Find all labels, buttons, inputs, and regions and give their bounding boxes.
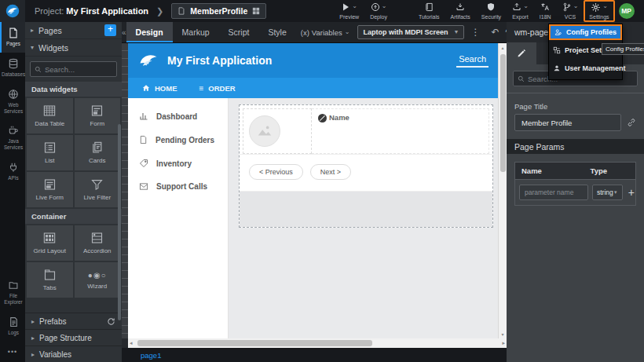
config-profiles-tooltip: Config Profiles	[602, 43, 644, 55]
design-canvas[interactable]: My First Application Search HOME ≡ ORDER	[128, 43, 498, 338]
left-panel-scrollbar[interactable]	[118, 124, 121, 320]
selected-list-widget[interactable]: Name < Previous Next >	[239, 104, 493, 228]
page-file-icon	[177, 6, 185, 16]
pages-section-header[interactable]: ▸ Pages +	[25, 22, 122, 39]
menu-item-dashboard[interactable]: Dashboard	[128, 104, 228, 128]
param-name-input[interactable]	[519, 185, 588, 200]
bar-chart-icon	[139, 112, 148, 121]
sidebar-item-java-services[interactable]: Java Services	[0, 119, 25, 156]
menu-item-user-management[interactable]: User Management	[549, 60, 622, 76]
page-grid-icon[interactable]	[252, 7, 260, 15]
menu-item-config-profiles[interactable]: Config Profiles	[549, 24, 622, 40]
coffee-icon	[8, 125, 19, 136]
deploy-button[interactable]: ⌄ Deploy	[364, 1, 393, 21]
vertical-scroll-thumb[interactable]	[500, 54, 506, 172]
nav-item-order[interactable]: ≡ ORDER	[199, 84, 236, 93]
export-button[interactable]: ⌄ Export	[507, 1, 534, 21]
horizontal-scroll-thumb[interactable]	[137, 340, 372, 346]
variables-section-header[interactable]: ▸ Variables	[25, 346, 122, 362]
folder-icon	[8, 280, 19, 291]
sidebar-item-databases[interactable]: Databases	[0, 53, 25, 83]
undo-icon[interactable]: ↶	[488, 27, 502, 37]
project-label: Project:	[35, 6, 64, 16]
widget-search[interactable]	[30, 61, 117, 77]
tab-edit[interactable]	[507, 42, 536, 64]
variables-button[interactable]: (x) Variables ⌄	[296, 28, 355, 37]
scroll-up-icon[interactable]: ▴	[499, 45, 507, 50]
more-options-icon[interactable]: •••	[0, 342, 25, 362]
page-structure-section-header[interactable]: ▸ Page Structure	[25, 329, 122, 346]
sidebar-item-pages[interactable]: Pages	[0, 22, 25, 53]
chevron-down-icon[interactable]: ⌄	[573, 2, 579, 10]
add-page-button[interactable]: +	[104, 24, 116, 36]
widget-live-filter[interactable]: Live Filter	[75, 172, 121, 207]
chevron-down-icon[interactable]: ⌄	[602, 2, 608, 10]
i18n-button[interactable]: I18N	[534, 1, 557, 21]
widget-tabs[interactable]: Tabs	[27, 262, 73, 298]
chevron-down-icon[interactable]: ⌄	[352, 2, 357, 10]
widget-grid-layout[interactable]: Grid Layout	[27, 225, 73, 261]
kebab-menu-icon[interactable]: ⋮	[467, 27, 483, 37]
pencil-icon	[517, 49, 526, 58]
list-item-image-cell[interactable]	[243, 108, 312, 154]
chevron-down-icon[interactable]: ⌄	[382, 2, 387, 10]
next-button[interactable]: Next >	[310, 164, 351, 180]
sidebar-item-web-services[interactable]: Web Services	[0, 83, 25, 120]
statusbar-page-tab[interactable]: page1	[141, 351, 161, 360]
list-item-template[interactable]: Name	[240, 105, 492, 154]
refresh-icon[interactable]	[107, 317, 115, 326]
add-param-button[interactable]: +	[627, 187, 636, 198]
caret-right-icon: ▸	[31, 27, 34, 34]
scroll-right-icon[interactable]: ▸	[502, 340, 505, 346]
accordion-icon	[90, 232, 104, 244]
canvas-app-header[interactable]: My First Application Search	[128, 43, 498, 78]
sidebar-item-file-explorer[interactable]: File Explorer	[0, 275, 25, 311]
tab-script[interactable]: Script	[219, 22, 259, 42]
sidebar-item-apis[interactable]: APIs	[0, 156, 25, 187]
widget-data-table[interactable]: Data Table	[27, 98, 73, 133]
canvas-vertical-scrollbar[interactable]: ▴ ▾	[498, 43, 507, 338]
scroll-left-icon[interactable]: ◂	[130, 340, 133, 346]
chevron-down-icon[interactable]: ⌄	[523, 2, 529, 10]
widget-accordion[interactable]: Accordion	[75, 225, 121, 261]
sidebar-item-logs[interactable]: Logs	[0, 311, 25, 342]
tab-markup[interactable]: Markup	[173, 22, 219, 42]
prefabs-section-header[interactable]: ▸ Prefabs	[25, 313, 122, 329]
canvas-app-title: My First Application	[167, 54, 272, 67]
menu-item-support-calls[interactable]: Support Calls	[128, 175, 228, 198]
menu-item-inventory[interactable]: Inventory	[128, 152, 228, 175]
widgets-section-header[interactable]: ▾ Widgets	[25, 39, 122, 57]
canvas-horizontal-scrollbar[interactable]: ◂ ▸	[128, 338, 507, 348]
preview-button[interactable]: ⌄ Preview	[334, 1, 364, 21]
scroll-down-icon[interactable]: ▾	[499, 331, 507, 337]
widget-list[interactable]: List	[27, 135, 73, 170]
tutorials-button[interactable]: Tutorials	[413, 1, 445, 21]
device-preview-select[interactable]: Laptop with MDPI Screen ▼	[357, 25, 464, 39]
widget-search-input[interactable]	[45, 65, 112, 74]
widget-cards[interactable]: Cards	[75, 135, 121, 170]
menu-item-pending-orders[interactable]: Pending Orders	[128, 128, 228, 152]
wavemaker-logo-icon[interactable]	[0, 0, 25, 22]
nav-item-home[interactable]: HOME	[142, 84, 177, 93]
preview-label: Preview	[339, 14, 359, 20]
widget-wizard[interactable]: ●◉○ Wizard	[75, 262, 121, 298]
page-params-header: Page Params	[507, 139, 644, 154]
vcs-button[interactable]: ⌄ VCS	[557, 1, 584, 21]
widget-form[interactable]: Form	[75, 98, 121, 133]
cards-icon	[90, 141, 104, 154]
list-item-name-field[interactable]: Name	[312, 108, 489, 154]
user-avatar[interactable]: MP	[619, 3, 635, 19]
artifacts-button[interactable]: Artifacts	[445, 1, 476, 21]
tab-style[interactable]: Style	[258, 22, 295, 42]
security-button[interactable]: Security	[476, 1, 507, 21]
widget-live-form[interactable]: Live Form	[27, 172, 73, 207]
bind-link-icon[interactable]	[627, 118, 636, 127]
settings-button[interactable]: ⌄ Settings	[584, 0, 614, 22]
open-page-tab[interactable]: MemberProfile	[171, 3, 266, 19]
tab-design[interactable]: Design	[126, 22, 173, 42]
envelope-icon	[139, 182, 148, 191]
page-title-input[interactable]	[514, 114, 621, 131]
previous-button[interactable]: < Previous	[249, 164, 303, 180]
param-type-select[interactable]: string ▼	[592, 185, 623, 200]
canvas-search-link[interactable]: Search	[456, 54, 488, 68]
